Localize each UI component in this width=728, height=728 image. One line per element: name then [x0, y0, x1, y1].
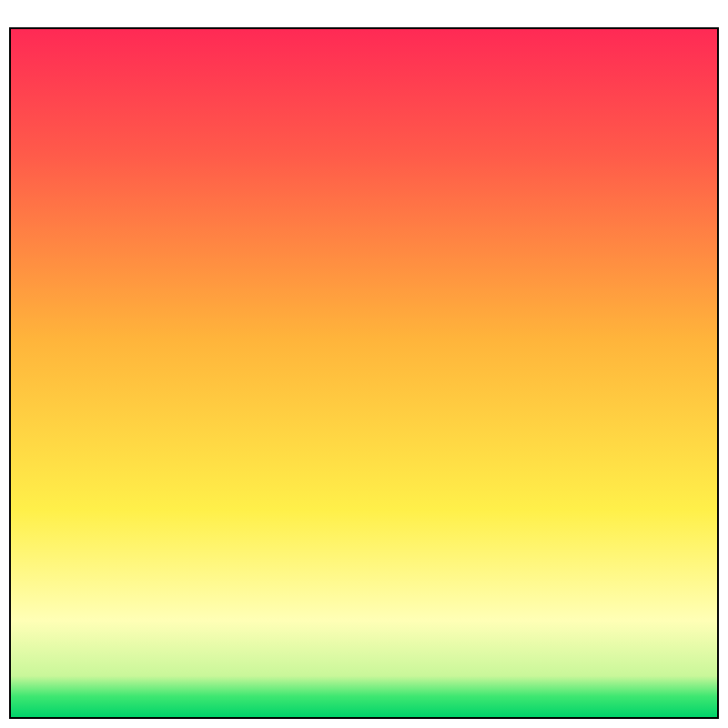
curve-layer	[11, 29, 717, 717]
chart-frame	[9, 27, 719, 719]
